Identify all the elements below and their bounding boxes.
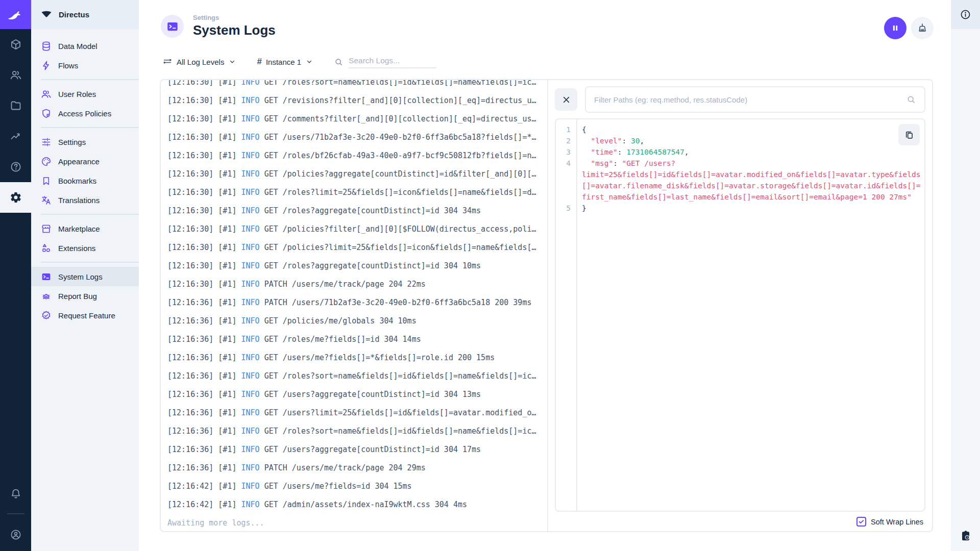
log-level: INFO bbox=[241, 353, 260, 362]
sidebar-item-flows[interactable]: Flows bbox=[31, 56, 139, 75]
copy-button[interactable] bbox=[898, 124, 920, 145]
sidebar-item-extensions[interactable]: Extensions bbox=[31, 238, 139, 258]
log-row[interactable]: [12:16:30] [#1] INFO GET /revisions?filt… bbox=[167, 91, 547, 110]
sidebar-item-access-policies[interactable]: Access Policies bbox=[31, 104, 139, 123]
log-message: GET /policies?aggregate[countDistinct]=i… bbox=[260, 169, 536, 179]
soft-wrap-checkbox[interactable] bbox=[856, 517, 866, 527]
search-icon bbox=[334, 57, 344, 67]
log-row[interactable]: [12:16:36] [#1] INFO GET /users?limit=25… bbox=[167, 404, 547, 422]
search-icon bbox=[906, 94, 916, 105]
log-row[interactable]: [12:16:36] [#1] INFO GET /users?aggregat… bbox=[167, 440, 547, 459]
project-shield-icon bbox=[41, 10, 52, 19]
log-level-dropdown[interactable]: All Log Levels bbox=[162, 57, 236, 67]
sidebar-item-user-roles[interactable]: User Roles bbox=[31, 84, 139, 104]
log-row[interactable]: [12:16:30] [#1] INFO GET /comments?filte… bbox=[167, 110, 547, 128]
log-row[interactable]: [12:16:36] [#1] INFO PATCH /users/71b2af… bbox=[167, 293, 547, 312]
log-level: INFO bbox=[241, 151, 260, 160]
line-number bbox=[556, 191, 576, 203]
storefront-icon bbox=[41, 223, 52, 234]
sidebar-item-marketplace[interactable]: Marketplace bbox=[31, 219, 139, 238]
search-input[interactable] bbox=[349, 55, 436, 68]
log-message: GET /users/71b2af3e-3c20-49e0-b2f0-6ff3a… bbox=[260, 133, 536, 142]
module-help-icon[interactable] bbox=[0, 152, 31, 182]
module-content-icon[interactable] bbox=[0, 29, 31, 60]
code-line: 3 "time": 1731064587547, bbox=[556, 146, 924, 158]
log-row[interactable]: [12:16:36] [#1] INFO GET /roles?sort=nam… bbox=[167, 422, 547, 440]
log-row[interactable]: [12:16:36] [#1] INFO GET /roles/me?field… bbox=[167, 330, 547, 348]
sidebar-item-appearance[interactable]: Appearance bbox=[31, 152, 139, 171]
log-row[interactable]: [12:16:36] [#1] INFO GET /policies/me/gl… bbox=[167, 312, 547, 330]
activity-log-toggle[interactable] bbox=[960, 530, 972, 551]
sidebar-item-label: Flows bbox=[58, 61, 78, 70]
log-row[interactable]: [12:16:30] [#1] INFO GET /policies?aggre… bbox=[167, 165, 547, 183]
pause-logs-button[interactable] bbox=[884, 17, 906, 39]
sidebar-item-label: User Roles bbox=[58, 90, 96, 98]
page-header: Settings System Logs bbox=[161, 12, 276, 38]
module-users-icon[interactable] bbox=[0, 60, 31, 90]
log-row[interactable]: [12:16:30] [#1] INFO GET /roles?limit=25… bbox=[167, 183, 547, 202]
code-line: 4 "msg": "GET /users? bbox=[556, 158, 924, 169]
log-row[interactable]: [12:16:42] [#1] INFO GET /admin/assets/i… bbox=[167, 495, 547, 514]
log-row[interactable]: [12:16:36] [#1] INFO PATCH /users/me/tra… bbox=[167, 459, 547, 477]
translate-icon bbox=[41, 195, 52, 206]
module-insights-icon[interactable] bbox=[0, 121, 31, 152]
log-row[interactable]: [12:16:36] [#1] INFO GET /users?aggregat… bbox=[167, 385, 547, 404]
sidebar-item-label: Settings bbox=[58, 138, 86, 146]
info-sidebar-toggle[interactable] bbox=[951, 0, 980, 29]
log-row[interactable]: [12:16:30] [#1] INFO GET /roles?aggregat… bbox=[167, 202, 547, 220]
directus-logo[interactable] bbox=[0, 0, 31, 29]
log-message: GET /roles/bf26cfab-49a3-40e0-a9f7-bcf9c… bbox=[260, 151, 536, 160]
log-row[interactable]: [12:16:30] [#1] INFO PATCH /users/me/tra… bbox=[167, 275, 547, 293]
right-edge-strip bbox=[951, 0, 980, 551]
log-level: INFO bbox=[241, 408, 260, 417]
sidebar-item-report-bug[interactable]: Report Bug bbox=[31, 286, 139, 306]
close-icon bbox=[561, 94, 572, 105]
module-files-icon[interactable] bbox=[0, 90, 31, 121]
close-detail-button[interactable] bbox=[555, 88, 577, 111]
shield-user-icon bbox=[41, 108, 52, 119]
filter-paths-input[interactable] bbox=[594, 95, 901, 104]
log-level: INFO bbox=[241, 96, 260, 105]
sidebar-item-request-feature[interactable]: Request Feature bbox=[31, 306, 139, 325]
log-message: PATCH /users/me/track/page 204 29ms bbox=[260, 463, 426, 472]
sidebar-item-data-model[interactable]: Data Model bbox=[31, 36, 139, 56]
avatar[interactable] bbox=[0, 518, 31, 551]
notifications-bell-icon[interactable] bbox=[0, 479, 31, 509]
line-number bbox=[556, 169, 576, 180]
terminal-icon bbox=[41, 271, 52, 282]
breadcrumb[interactable]: Settings bbox=[193, 14, 276, 21]
instance-dropdown[interactable]: # Instance 1 bbox=[257, 57, 313, 67]
log-row[interactable]: [12:16:36] [#1] INFO GET /users/me?field… bbox=[167, 348, 547, 367]
gutter-divider bbox=[576, 119, 577, 511]
header-actions bbox=[884, 17, 934, 39]
log-row[interactable]: [12:16:30] [#1] INFO GET /users/71b2af3e… bbox=[167, 128, 547, 146]
sidebar-item-settings[interactable]: Settings bbox=[31, 132, 139, 152]
log-row[interactable]: [12:16:30] [#1] INFO GET /policies?filte… bbox=[167, 220, 547, 238]
log-message: PATCH /users/71b2af3e-3c20-49e0-b2f0-6ff… bbox=[260, 298, 532, 307]
log-message: GET /policies?limit=25&fields[]=icon&fie… bbox=[260, 243, 536, 252]
filter-paths-field bbox=[585, 86, 925, 113]
log-row[interactable]: [12:16:30] [#1] INFO GET /policies?limit… bbox=[167, 238, 547, 257]
log-row[interactable]: [12:16:30] [#1] INFO GET /roles?sort=nam… bbox=[167, 80, 547, 91]
sidebar-item-system-logs[interactable]: System Logs bbox=[31, 267, 139, 286]
pause-icon bbox=[890, 23, 900, 33]
clear-logs-button[interactable] bbox=[911, 17, 934, 39]
soft-wrap-label[interactable]: Soft Wrap Lines bbox=[871, 518, 923, 526]
log-row[interactable]: [12:16:30] [#1] INFO GET /roles?aggregat… bbox=[167, 257, 547, 275]
log-row[interactable]: [12:16:36] [#1] INFO GET /roles?sort=nam… bbox=[167, 367, 547, 385]
log-message: GET /roles/me?fields[]=id 304 14ms bbox=[260, 335, 421, 344]
code-line: 2 "level": 30, bbox=[556, 135, 924, 146]
code-line: 5} bbox=[556, 203, 924, 214]
code-line: first_name&fields[]=last_name&fields[]=e… bbox=[556, 191, 924, 203]
log-row[interactable]: [12:16:42] [#1] INFO GET /users/me?field… bbox=[167, 477, 547, 495]
sidebar-item-bookmarks[interactable]: Bookmarks bbox=[31, 171, 139, 190]
log-row[interactable]: [12:16:30] [#1] INFO GET /roles/bf26cfab… bbox=[167, 146, 547, 165]
code-line: limit=25&fields[]=id&fields[]=avatar.mod… bbox=[556, 169, 924, 180]
module-settings-icon[interactable] bbox=[0, 182, 31, 213]
bug-icon bbox=[41, 291, 52, 302]
sidebar-item-translations[interactable]: Translations bbox=[31, 190, 139, 210]
line-number: 3 bbox=[556, 146, 576, 158]
project-header[interactable]: Directus bbox=[31, 0, 139, 29]
log-level: INFO bbox=[241, 114, 260, 123]
log-message: GET /roles?sort=name&fields[]=id&fields[… bbox=[260, 80, 536, 87]
